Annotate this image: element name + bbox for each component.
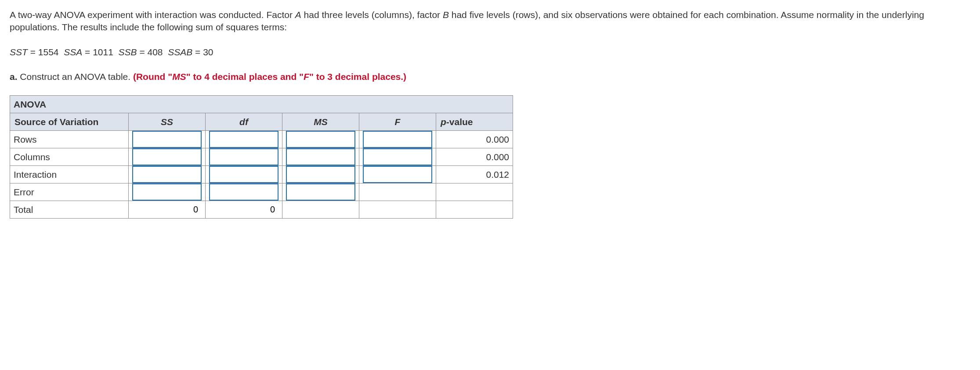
total-f-empty bbox=[359, 201, 436, 219]
part-a-prefix: a. bbox=[10, 72, 18, 82]
header-f: F bbox=[359, 113, 436, 131]
ssb-label: SSB bbox=[119, 47, 137, 57]
columns-ss-input[interactable] bbox=[132, 148, 202, 165]
ssab-value: 30 bbox=[203, 47, 213, 57]
total-df-input[interactable] bbox=[209, 201, 278, 218]
row-label-interaction: Interaction bbox=[10, 166, 129, 183]
ssb-value: 408 bbox=[148, 47, 163, 57]
interaction-df-input[interactable] bbox=[209, 166, 278, 183]
rows-ms-input[interactable] bbox=[286, 131, 355, 148]
total-pvalue bbox=[436, 201, 513, 219]
table-row-total: Total bbox=[10, 201, 513, 219]
rows-f-input[interactable] bbox=[363, 131, 432, 148]
ms-ital: MS bbox=[172, 72, 186, 82]
header-f-text: F bbox=[395, 117, 401, 127]
interaction-pvalue: 0.012 bbox=[436, 166, 513, 183]
header-pvalue: p-value bbox=[436, 113, 513, 131]
row-label-rows: Rows bbox=[10, 131, 129, 148]
error-f-empty bbox=[359, 183, 436, 201]
anova-title-cell: ANOVA bbox=[10, 96, 513, 113]
columns-pvalue: 0.000 bbox=[436, 148, 513, 166]
columns-ms-input[interactable] bbox=[286, 148, 355, 165]
ssa-value: 1011 bbox=[93, 47, 113, 57]
table-row-interaction: Interaction 0.012 bbox=[10, 166, 513, 183]
table-row-error: Error bbox=[10, 183, 513, 201]
sum-of-squares-line: SST = 1554 SSA = 1011 SSB = 408 SSAB = 3… bbox=[10, 46, 971, 58]
error-pvalue bbox=[436, 183, 513, 201]
row-label-columns: Columns bbox=[10, 148, 129, 166]
columns-df-input[interactable] bbox=[209, 148, 278, 165]
interaction-ms-input[interactable] bbox=[286, 166, 355, 183]
total-ms-empty bbox=[282, 201, 359, 219]
sst-value: 1554 bbox=[38, 47, 59, 57]
header-df-text: df bbox=[239, 117, 248, 127]
part-a-text: Construct an ANOVA table. bbox=[20, 72, 130, 82]
error-df-input[interactable] bbox=[209, 183, 278, 201]
header-ss-text: SS bbox=[161, 117, 173, 127]
f-ital: F bbox=[304, 72, 309, 82]
row-label-total: Total bbox=[10, 201, 129, 219]
header-df: df bbox=[206, 113, 282, 131]
row-label-error: Error bbox=[10, 183, 129, 201]
sst-label: SST bbox=[10, 47, 28, 57]
error-ss-input[interactable] bbox=[132, 183, 202, 201]
header-source: Source of Variation bbox=[10, 113, 129, 131]
columns-f-input[interactable] bbox=[363, 148, 432, 165]
table-row-rows: Rows 0.000 bbox=[10, 131, 513, 148]
problem-paragraph: A two-way ANOVA experiment with interact… bbox=[10, 9, 971, 34]
factor-b-label: B bbox=[443, 10, 449, 20]
rows-df-input[interactable] bbox=[209, 131, 278, 148]
factor-a-label: A bbox=[295, 10, 301, 20]
table-row-columns: Columns 0.000 bbox=[10, 148, 513, 166]
interaction-f-input[interactable] bbox=[363, 166, 432, 183]
ssab-label: SSAB bbox=[168, 47, 192, 57]
total-ss-input[interactable] bbox=[132, 201, 202, 218]
part-a-instruction: a. Construct an ANOVA table. (Round "MS"… bbox=[10, 71, 971, 83]
rows-pvalue: 0.000 bbox=[436, 131, 513, 148]
interaction-ss-input[interactable] bbox=[132, 166, 202, 183]
header-ms-text: MS bbox=[314, 117, 328, 127]
header-ss: SS bbox=[129, 113, 206, 131]
error-ms-input[interactable] bbox=[286, 183, 355, 201]
ssa-label: SSA bbox=[64, 47, 82, 57]
rows-ss-input[interactable] bbox=[132, 131, 202, 148]
p-ital: p bbox=[441, 117, 446, 127]
rounding-instruction: (Round "MS" to 4 decimal places and "F" … bbox=[133, 72, 406, 82]
anova-table: ANOVA Source of Variation SS df MS F p-v… bbox=[10, 95, 513, 219]
header-ms: MS bbox=[282, 113, 359, 131]
